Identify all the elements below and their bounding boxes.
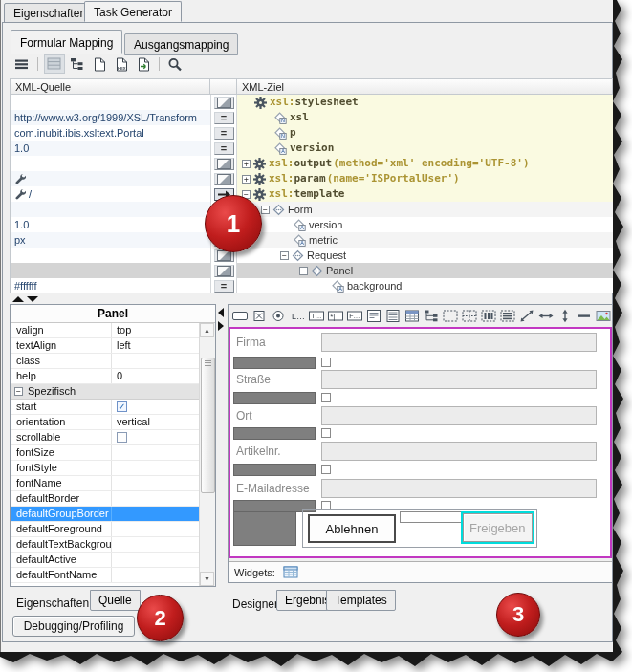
grid-view-icon[interactable] xyxy=(44,54,65,74)
tree-view-icon[interactable] xyxy=(68,55,87,73)
button-widget-icon[interactable] xyxy=(230,308,249,325)
function-mapping-button[interactable] xyxy=(214,265,234,277)
tab-eigenschaften[interactable]: Eigenschaften xyxy=(4,3,96,23)
form-checkbox[interactable] xyxy=(321,428,331,438)
tree-expander-icon[interactable]: − xyxy=(299,267,308,275)
property-row-class[interactable]: class xyxy=(11,354,215,369)
tree-row-Form[interactable]: −Form xyxy=(237,202,613,217)
tab-ausgangsmapping[interactable]: Ausgangsmapping xyxy=(124,33,238,55)
form-label-e-mailadresse[interactable]: E-Mailadresse xyxy=(236,482,310,495)
property-row-scrollable[interactable]: scrollable xyxy=(11,430,215,445)
tab-templates[interactable]: Templates xyxy=(326,590,396,611)
splitter-collapse-down-icon[interactable] xyxy=(27,296,38,302)
equals-mapping-button[interactable]: = xyxy=(214,112,234,124)
form-label-stra-e[interactable]: Straße xyxy=(236,373,271,386)
tree-expander-icon[interactable]: + xyxy=(242,160,251,168)
reject-button[interactable]: Ablehnen xyxy=(308,514,396,543)
tree-row-p[interactable]: Np xyxy=(237,125,613,141)
property-row-defaultfontname[interactable]: defaultFontName xyxy=(11,568,215,583)
property-row-start[interactable]: start✓ xyxy=(11,400,215,415)
tree-row-template[interactable]: −xsl:template xyxy=(237,186,613,202)
unchecked-checkbox[interactable] xyxy=(117,432,127,443)
tab-task-generator[interactable]: Task Generator xyxy=(84,1,182,22)
separator-widget-icon[interactable] xyxy=(575,308,593,325)
equals-mapping-button[interactable]: = xyxy=(214,280,234,293)
checkbox-widget-icon[interactable] xyxy=(250,308,268,325)
form-label-artikelnr-[interactable]: Artikelnr. xyxy=(236,444,281,458)
property-row-valign[interactable]: valigntop xyxy=(11,323,215,338)
property-row-defaulttextbackground[interactable]: defaultTextBackground xyxy=(11,537,215,553)
source-row[interactable] xyxy=(11,95,210,110)
property-row-defaultborder[interactable]: defaultBorder xyxy=(11,491,215,507)
password-widget-icon[interactable]: *| xyxy=(326,308,344,325)
form-textfield[interactable] xyxy=(321,442,597,461)
debugging-profiling-button[interactable]: Debugging/Profiling xyxy=(12,616,135,637)
panel-widget-icon[interactable] xyxy=(441,308,459,325)
tree-widget-icon[interactable] xyxy=(422,308,440,325)
property-row-defaultactive[interactable]: defaultActive xyxy=(11,553,215,568)
tab-designer[interactable]: Designer xyxy=(230,594,280,615)
form-textfield[interactable] xyxy=(321,333,597,352)
checked-checkbox[interactable]: ✓ xyxy=(117,401,127,412)
form-textfield[interactable] xyxy=(321,406,597,425)
grid-widget-icon[interactable] xyxy=(460,308,478,325)
form-checkbox[interactable] xyxy=(321,358,331,367)
collapse-right-icon[interactable] xyxy=(218,321,224,331)
tree-row-Request[interactable]: −Request xyxy=(237,248,613,263)
form-hidden-widget-bar[interactable] xyxy=(233,464,316,476)
scrollbar-thumb[interactable] xyxy=(201,358,215,493)
search-icon[interactable] xyxy=(165,55,185,73)
form-hidden-widget-bar[interactable] xyxy=(233,392,316,404)
source-row[interactable]: px xyxy=(11,232,210,248)
property-row-textalign[interactable]: textAlignleft xyxy=(11,338,215,354)
form-hidden-widget-bar[interactable] xyxy=(233,427,316,440)
tree-row-metric[interactable]: Ametric xyxy=(237,232,613,248)
image-widget-icon[interactable] xyxy=(594,308,612,325)
formatted-field-widget-icon[interactable]: F… xyxy=(345,308,363,325)
tab-eigenschaften[interactable]: Eigenschaften xyxy=(14,593,91,614)
property-row-help[interactable]: help0 xyxy=(11,369,215,384)
table-widget-icon[interactable] xyxy=(403,308,421,325)
table-widget-shortcut-icon[interactable] xyxy=(283,566,298,578)
form-hidden-widget-bar[interactable] xyxy=(233,357,316,369)
textfield-widget-icon[interactable]: T… xyxy=(307,308,325,325)
source-row[interactable] xyxy=(11,263,210,278)
radiobutton-widget-icon[interactable] xyxy=(269,308,287,325)
resize-diagonal-widget-icon[interactable] xyxy=(517,308,535,325)
property-row-spezifisch[interactable]: −Spezifisch xyxy=(11,384,215,400)
properties-scrollbar[interactable]: ▲ ▼ xyxy=(199,323,215,586)
tree-row-background[interactable]: Abackground xyxy=(237,278,613,293)
source-row[interactable] xyxy=(11,248,210,263)
form-checkbox[interactable] xyxy=(321,465,331,474)
property-row-defaultgroupborder[interactable]: defaultGroupBorder xyxy=(11,507,215,522)
scroll-down-icon[interactable]: ▼ xyxy=(200,572,214,586)
form-textfield[interactable] xyxy=(321,370,597,389)
columns-widget-icon[interactable] xyxy=(479,308,497,325)
source-row[interactable] xyxy=(11,171,210,186)
property-row-orientation[interactable]: orientationvertical xyxy=(11,415,215,430)
property-row-fontstyle[interactable]: fontStyle xyxy=(11,461,215,476)
tree-row-version[interactable]: Aversion xyxy=(237,141,613,156)
panel-collapse-arrows[interactable] xyxy=(218,308,224,335)
tree-row-version[interactable]: Aversion xyxy=(237,217,613,232)
horizontal-splitter[interactable] xyxy=(3,294,612,304)
document-icon[interactable] xyxy=(90,55,109,73)
source-row[interactable]: 1.0 xyxy=(11,141,210,156)
property-row-fontsize[interactable]: fontSize xyxy=(11,445,215,461)
approve-button[interactable]: Freigeben xyxy=(463,513,533,542)
source-row[interactable] xyxy=(11,156,210,171)
source-row[interactable]: / xyxy=(11,186,210,202)
form-canvas[interactable]: FirmaStraßeOrtArtikelnr.E-Mailadresse Ab… xyxy=(229,327,612,558)
equals-mapping-button[interactable]: = xyxy=(214,127,234,140)
form-label-firma[interactable]: Firma xyxy=(236,336,266,349)
source-row[interactable]: #ffffff xyxy=(11,278,210,293)
group-collapse-icon[interactable]: − xyxy=(14,387,23,396)
menu-icon[interactable] xyxy=(12,55,32,73)
source-row[interactable] xyxy=(11,202,210,217)
resize-horizontal-widget-icon[interactable] xyxy=(536,308,555,325)
placeholder-widget[interactable] xyxy=(233,511,296,546)
function-mapping-button[interactable] xyxy=(214,158,234,170)
textarea-widget-icon[interactable] xyxy=(364,308,382,325)
property-row-defaultforeground[interactable]: defaultForeground xyxy=(11,522,215,537)
document-export-icon[interactable] xyxy=(134,55,153,73)
